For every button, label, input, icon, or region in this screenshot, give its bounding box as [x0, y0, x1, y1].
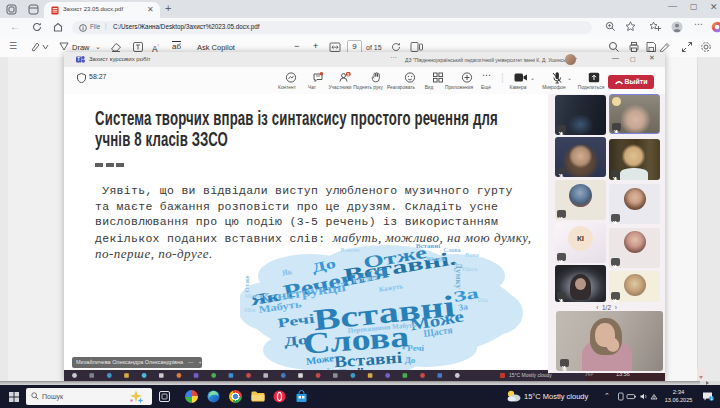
svg-text:Між: Між	[244, 307, 256, 313]
svg-text:Слова: Слова	[444, 247, 461, 253]
svg-text:5: 5	[347, 73, 349, 77]
svg-text:Вставні: Вставні	[416, 242, 441, 250]
svg-text:Вона: Вона	[465, 252, 478, 258]
svg-text:Шкода: Шкода	[427, 256, 446, 262]
svg-text:Щось: Щось	[462, 266, 478, 272]
svg-text:Ось: Ось	[478, 297, 489, 303]
svg-text:Як: Як	[281, 267, 293, 278]
svg-text:Власне: Власне	[340, 247, 359, 253]
svg-text:До: До	[405, 355, 416, 365]
svg-text:• Речі: • Речі	[402, 343, 425, 353]
svg-text:Отже: Отже	[243, 275, 251, 292]
svg-text:T: T	[77, 57, 80, 62]
svg-text:До: До	[283, 332, 308, 349]
svg-text:Мовби: Мовби	[245, 293, 264, 299]
